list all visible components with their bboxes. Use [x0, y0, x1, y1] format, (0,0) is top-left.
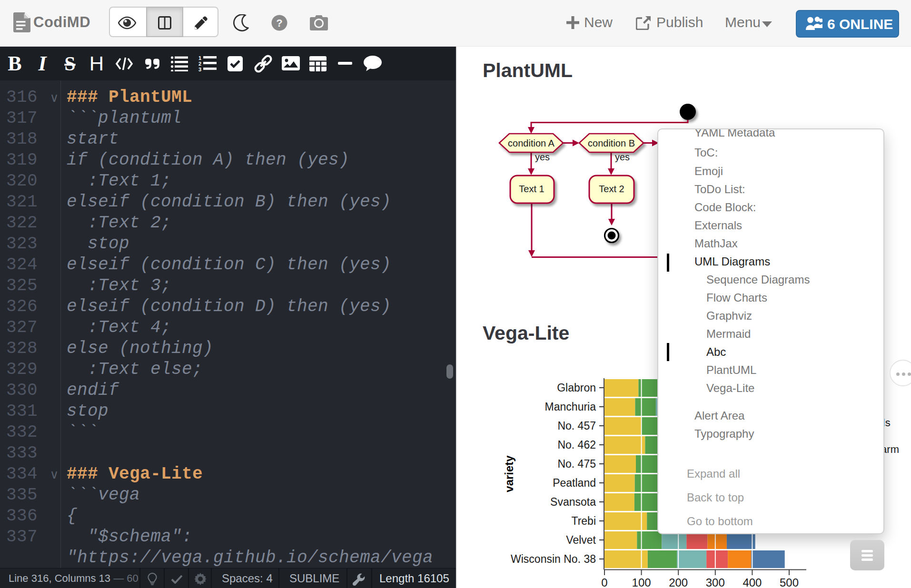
svg-text:2: 2: [198, 61, 201, 67]
svg-text:condition B: condition B: [588, 138, 635, 148]
svg-text:200: 200: [669, 576, 688, 588]
svg-text:300: 300: [706, 576, 725, 588]
svg-text:No. 462: No. 462: [557, 439, 596, 451]
svg-text:3: 3: [198, 67, 201, 72]
svg-text:Glabron: Glabron: [557, 382, 596, 394]
svg-text:Svansota: Svansota: [550, 496, 596, 508]
svg-text:Manchuria: Manchuria: [545, 401, 596, 413]
svg-text:condition A: condition A: [508, 138, 555, 148]
svg-text:0: 0: [601, 576, 607, 588]
svg-text:1: 1: [198, 55, 201, 61]
svg-text:?: ?: [276, 17, 282, 29]
svg-text:400: 400: [743, 576, 762, 588]
svg-text:100: 100: [632, 576, 651, 588]
svg-text:variety: variety: [503, 455, 515, 492]
svg-text:yes: yes: [615, 152, 630, 162]
svg-text:Wisconsin No. 38: Wisconsin No. 38: [511, 553, 596, 565]
svg-text:Text 2: Text 2: [599, 184, 624, 194]
svg-text:yes: yes: [535, 152, 550, 162]
svg-text:Velvet: Velvet: [566, 534, 596, 546]
svg-text:Peatland: Peatland: [553, 477, 596, 489]
svg-text:No. 475: No. 475: [557, 458, 596, 470]
svg-text:No. 457: No. 457: [557, 420, 596, 432]
svg-text:Text 1: Text 1: [519, 184, 544, 194]
svg-text:500: 500: [780, 576, 799, 588]
svg-text:Trebi: Trebi: [571, 515, 596, 527]
